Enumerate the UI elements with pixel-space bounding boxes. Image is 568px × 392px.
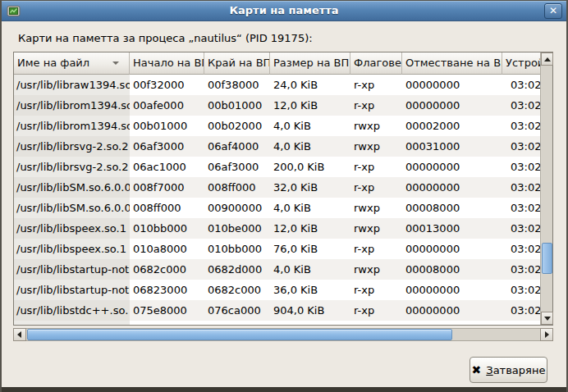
table-cell: 075e8000: [130, 300, 204, 321]
table-cell: r-xp: [350, 280, 402, 300]
table-cell: 200,0 KiB: [270, 157, 350, 177]
table-cell: 06af3000: [204, 157, 270, 177]
table-cell: /usr/lib/librom1394.so: [14, 95, 130, 116]
close-x-icon: ✕: [549, 5, 557, 16]
table-cell: 12,0 KiB: [270, 218, 350, 239]
horizontal-scrollbar[interactable]: [13, 328, 553, 341]
column-header-1[interactable]: Начало на ВП: [130, 52, 204, 75]
table-cell: 00000000: [402, 239, 502, 259]
table-cell: /usr/lib/libSM.so.6.0.0: [14, 177, 130, 198]
column-header-label: Устройство: [506, 57, 540, 69]
table-cell: 03:02: [502, 259, 540, 280]
scroll-down-button[interactable]: [541, 312, 553, 325]
scroll-left-button[interactable]: [13, 328, 26, 341]
sorted-column-strip: [14, 321, 130, 325]
table-cell: 00afe000: [130, 95, 204, 116]
table-cell: /usr/lib/libstdc++.so.: [14, 300, 130, 321]
table-cell: 4,0 KiB: [270, 259, 350, 280]
table-cell: 03:02: [502, 239, 540, 259]
table-cell: r-xp: [350, 75, 402, 95]
table-cell: 03:02: [502, 116, 540, 136]
column-header-label: Отместване на ВП: [405, 57, 502, 69]
close-dialog-button[interactable]: ✖ Затваряне: [470, 357, 547, 383]
column-header-0[interactable]: Име на файл: [14, 52, 130, 75]
vertical-scrollbar-thumb[interactable]: [542, 243, 552, 274]
table-cell: 010be000: [204, 218, 270, 239]
table-cell: 010a8000: [130, 239, 204, 259]
memory-maps-table: Име на файлНачало на ВПКрай на ВПРазмер …: [13, 52, 553, 326]
table-cell: /usr/lib/libSM.so.6.0.0: [14, 198, 130, 218]
arrow-up-icon: [544, 57, 551, 62]
table-cell: 03:02: [502, 177, 540, 198]
table-cell: 76,0 KiB: [270, 239, 350, 259]
table-row[interactable]: /usr/lib/librom1394.so00b0100000b020004,…: [14, 116, 540, 136]
table-row[interactable]: /usr/lib/libspeex.so.1010a8000010bb00076…: [14, 239, 540, 259]
table-row[interactable]: /usr/lib/librom1394.so00afe00000b0100012…: [14, 95, 540, 116]
table-cell: 0682c000: [130, 259, 204, 280]
table-cell: 36,0 KiB: [270, 280, 350, 300]
table-cell: rwxp: [350, 259, 402, 280]
table-cell: 00000000: [402, 280, 502, 300]
table-cell: 00000000: [402, 95, 502, 116]
table-cell: 076ca000: [204, 300, 270, 321]
table-cell: rwxp: [350, 116, 402, 136]
titlebar[interactable]: Карти на паметта ✕: [2, 1, 566, 21]
table-cell: 03:02: [502, 300, 540, 321]
table-cell: 4,0 KiB: [270, 136, 350, 157]
table-cell: 0682c000: [204, 280, 270, 300]
process-maps-label: Карти на паметта за процеса „nautilus“ (…: [18, 32, 313, 44]
table-cell: r-xp: [350, 177, 402, 198]
table-cell: r-xp: [350, 239, 402, 259]
horizontal-scrollbar-thumb[interactable]: [27, 329, 452, 340]
table-cell: 03:02: [502, 218, 540, 239]
table-row[interactable]: /usr/lib/libspeex.so.1010bb000010be00012…: [14, 218, 540, 239]
table-cell: 008ff000: [204, 177, 270, 198]
close-x-glyph-icon: ✖: [472, 364, 482, 376]
table-cell: 00031000: [402, 136, 502, 157]
column-header-2[interactable]: Край на ВП: [204, 52, 270, 75]
vertical-scrollbar[interactable]: [540, 52, 552, 325]
table-cell: /usr/lib/librom1394.so: [14, 116, 130, 136]
table-header-row: Име на файлНачало на ВПКрай на ВПРазмер …: [14, 52, 540, 75]
table-cell: 32,0 KiB: [270, 177, 350, 198]
column-header-3[interactable]: Размер на ВП: [270, 52, 350, 75]
table-row[interactable]: /usr/lib/librsvg-2.so.206af300006af40004…: [14, 136, 540, 157]
table-cell: 03:02: [502, 95, 540, 116]
table-cell: 00900000: [204, 198, 270, 218]
table-cell: 24,0 KiB: [270, 75, 350, 95]
column-header-4[interactable]: Флагове: [350, 52, 402, 75]
table-row[interactable]: /usr/lib/libraw1394.so00f3200000f3800024…: [14, 75, 540, 95]
table-cell: 904,0 KiB: [270, 300, 350, 321]
table-cell: 03:02: [502, 157, 540, 177]
table-cell: 03:02: [502, 75, 540, 95]
table-cell: 06af3000: [130, 136, 204, 157]
table-cell: 03:02: [502, 198, 540, 218]
close-button-label: Затваряне: [486, 364, 545, 376]
table-cell: 00b01000: [130, 116, 204, 136]
table-cell: /usr/lib/librsvg-2.so.2: [14, 157, 130, 177]
column-header-5[interactable]: Отместване на ВП: [402, 52, 502, 75]
column-header-label: Име на файл: [17, 57, 89, 69]
window-bottom-border: [2, 387, 566, 392]
table-row[interactable]: /usr/lib/libstdc++.so.075e8000076ca00090…: [14, 300, 540, 321]
table-cell: /usr/lib/libstartup-noti: [14, 280, 130, 300]
table-row[interactable]: /usr/lib/libSM.so.6.0.0008ff000009000004…: [14, 198, 540, 218]
table-cell: 008f7000: [130, 177, 204, 198]
column-header-label: Флагове: [354, 57, 401, 69]
column-header-label: Начало на ВП: [133, 57, 204, 69]
table-cell: /usr/lib/libspeex.so.1: [14, 218, 130, 239]
scroll-right-button[interactable]: [540, 328, 553, 341]
table-row[interactable]: /usr/lib/librsvg-2.so.206ac100006af30002…: [14, 157, 540, 177]
table-cell: /usr/lib/libstartup-noti: [14, 259, 130, 280]
column-header-6[interactable]: Устройство: [502, 52, 540, 75]
table-cell: 06af4000: [204, 136, 270, 157]
window-close-button[interactable]: ✕: [544, 3, 562, 19]
table-row[interactable]: /usr/lib/libstartup-noti068230000682c000…: [14, 280, 540, 300]
table-cell: 4,0 KiB: [270, 198, 350, 218]
sort-descending-icon: [112, 62, 119, 65]
table-row[interactable]: /usr/lib/libSM.so.6.0.0008f7000008ff0003…: [14, 177, 540, 198]
scroll-up-button[interactable]: [541, 52, 553, 66]
table-cell: 03:02: [502, 280, 540, 300]
table-cell: 0682d000: [204, 259, 270, 280]
table-row[interactable]: /usr/lib/libstartup-noti0682c0000682d000…: [14, 259, 540, 280]
